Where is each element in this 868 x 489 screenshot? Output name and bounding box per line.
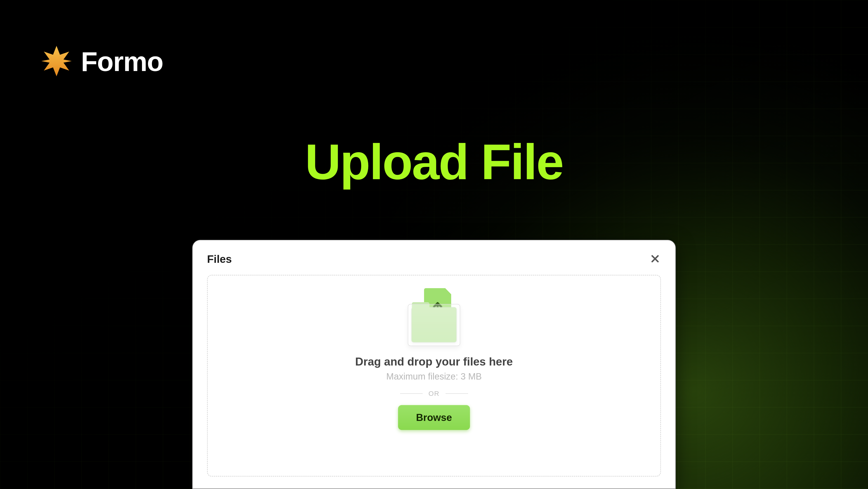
close-icon [650, 254, 660, 265]
dropzone-subheading: Maximum filesize: 3 MB [386, 371, 482, 381]
separator: OR [400, 390, 468, 397]
brand-name: Formo [81, 46, 163, 77]
starburst-icon [41, 45, 72, 78]
upload-folder-icon [405, 288, 463, 347]
upload-file-card: Files Drag and drop your files here Maxi… [192, 240, 676, 489]
separator-text: OR [429, 390, 440, 397]
dropzone-heading: Drag and drop your files here [355, 355, 513, 368]
close-button[interactable] [649, 253, 661, 265]
browse-button[interactable]: Browse [398, 405, 470, 430]
brand-logo: Formo [41, 45, 163, 78]
file-dropzone[interactable]: Drag and drop your files here Maximum fi… [207, 275, 661, 477]
card-title: Files [207, 253, 232, 265]
svg-marker-0 [41, 46, 72, 76]
page-title: Upload File [0, 134, 868, 191]
